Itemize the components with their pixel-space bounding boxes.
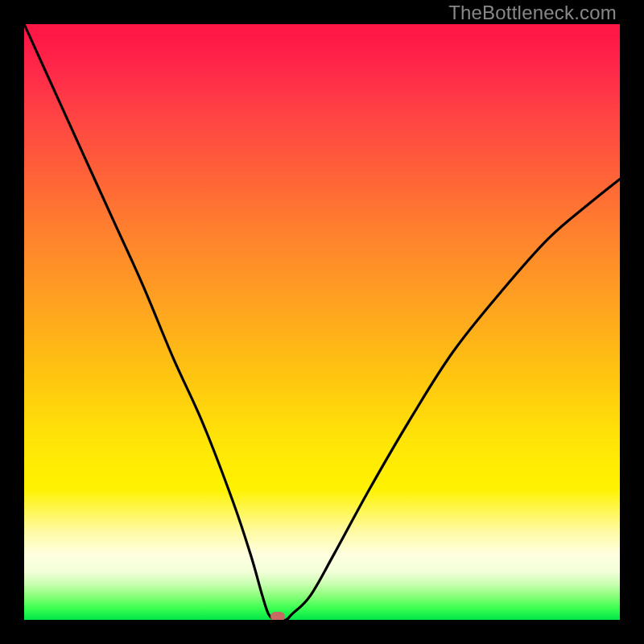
curve-svg [24,24,620,620]
chart-frame: TheBottleneck.com [0,0,644,644]
bottleneck-curve [24,24,620,620]
watermark-text: TheBottleneck.com [448,2,617,24]
plot-area [24,24,620,620]
minimum-marker [270,612,285,620]
